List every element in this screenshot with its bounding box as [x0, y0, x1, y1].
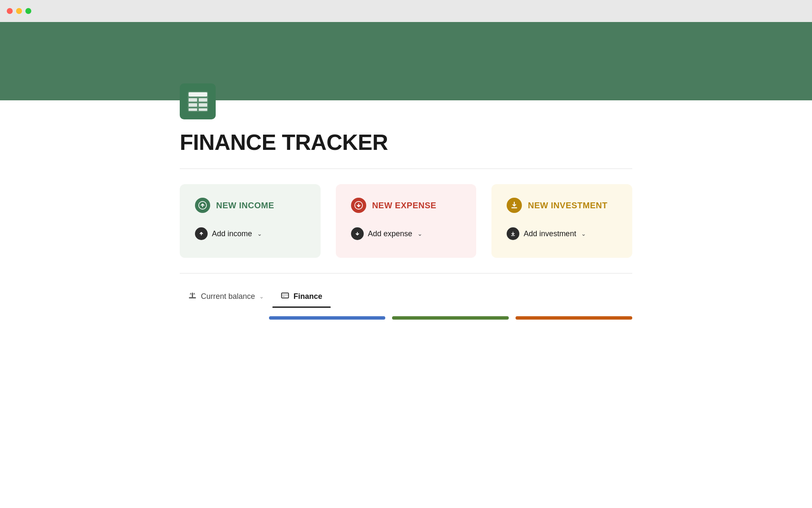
divider-top — [180, 168, 632, 169]
svg-rect-4 — [189, 103, 197, 107]
table-col-bar-1 — [269, 316, 386, 320]
investment-card: NEW INVESTMENT Add investment ⌄ — [491, 184, 632, 258]
add-income-icon — [195, 227, 208, 240]
current-balance-label: Current balance — [201, 292, 255, 301]
income-chevron-icon: ⌄ — [257, 230, 262, 237]
finance-icon — [281, 291, 289, 302]
expense-card-header: NEW EXPENSE — [351, 198, 461, 213]
table-col-bar-2 — [392, 316, 509, 320]
svg-rect-13 — [189, 297, 196, 298]
expense-icon — [351, 198, 366, 213]
balance-scale-icon — [188, 291, 197, 300]
add-expense-button[interactable]: Add expense ⌄ — [351, 225, 461, 243]
minimize-button[interactable] — [16, 8, 22, 14]
finance-card-icon — [281, 291, 289, 300]
maximize-button[interactable] — [25, 8, 31, 14]
investment-card-header: NEW INVESTMENT — [507, 198, 617, 213]
add-investment-icon — [507, 227, 519, 240]
up-circle-icon — [198, 230, 205, 237]
app-icon — [180, 83, 216, 119]
tab-finance[interactable]: Finance — [272, 287, 331, 308]
svg-rect-14 — [192, 293, 193, 297]
finance-tab-label: Finance — [294, 292, 322, 301]
income-card: NEW INCOME Add income ⌄ — [180, 184, 321, 258]
up-arrow-icon — [198, 201, 207, 210]
svg-rect-1 — [189, 92, 207, 97]
title-bar — [0, 0, 812, 22]
svg-rect-6 — [189, 108, 197, 111]
app-icon-container — [180, 83, 632, 119]
down-arrow-icon — [354, 201, 363, 210]
close-button[interactable] — [7, 8, 13, 14]
page-title: FINANCE TRACKER — [180, 130, 632, 155]
add-income-label: Add income — [212, 229, 252, 238]
svg-rect-5 — [199, 103, 207, 107]
tabs-area: Current balance ⌄ Finance — [180, 273, 632, 320]
download-icon — [510, 201, 518, 210]
spreadsheet-icon — [186, 90, 210, 113]
download-circle-icon — [509, 230, 517, 237]
svg-rect-3 — [199, 98, 207, 102]
down-circle-icon — [354, 230, 361, 237]
tabs-row: Current balance ⌄ Finance — [180, 287, 632, 308]
tab-current-balance[interactable]: Current balance ⌄ — [180, 287, 272, 308]
add-income-button[interactable]: Add income ⌄ — [195, 225, 305, 243]
svg-rect-7 — [199, 108, 207, 111]
balance-tab-chevron-icon: ⌄ — [259, 293, 264, 300]
table-col-bar-3 — [516, 316, 632, 320]
investment-card-title: NEW INVESTMENT — [528, 201, 607, 210]
main-content: FINANCE TRACKER NEW INCOME — [112, 83, 700, 320]
svg-rect-17 — [283, 296, 285, 297]
expense-chevron-icon: ⌄ — [417, 230, 422, 237]
table-col-bar-empty — [180, 316, 262, 320]
income-icon — [195, 198, 210, 213]
add-expense-label: Add expense — [368, 229, 412, 238]
add-investment-button[interactable]: Add investment ⌄ — [507, 225, 617, 243]
investment-icon — [507, 198, 522, 213]
income-card-title: NEW INCOME — [216, 201, 274, 210]
balance-icon — [188, 291, 197, 302]
income-card-header: NEW INCOME — [195, 198, 305, 213]
expense-card-title: NEW EXPENSE — [372, 201, 436, 210]
investment-chevron-icon: ⌄ — [581, 230, 586, 237]
add-expense-icon — [351, 227, 364, 240]
expense-card: NEW EXPENSE Add expense ⌄ — [336, 184, 477, 258]
cards-container: NEW INCOME Add income ⌄ — [180, 184, 632, 258]
svg-rect-16 — [282, 295, 289, 296]
svg-rect-2 — [189, 98, 197, 102]
add-investment-label: Add investment — [524, 229, 576, 238]
table-preview — [180, 316, 632, 320]
